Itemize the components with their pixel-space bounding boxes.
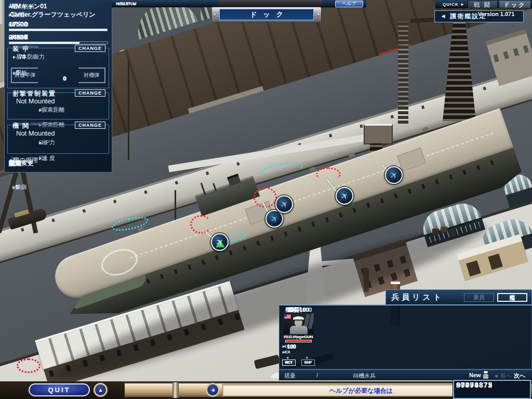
quick-link[interactable]: QUICK ► (443, 2, 465, 7)
fcs-status: Not Mounted (16, 97, 55, 105)
buy-button[interactable]: 購入 (9, 159, 21, 168)
help-link[interactable]: HELP ► (116, 1, 137, 6)
back-arrow-button[interactable]: ◄ (206, 383, 220, 397)
engine-status: Not Mounted (16, 129, 55, 137)
engine-speed-unit: Knt (39, 155, 47, 161)
fcs-change-button[interactable]: CHANGE (75, 89, 105, 97)
version-label: Version 1.071 (478, 11, 514, 17)
displacement-bar-fill (9, 42, 79, 44)
ship-class-value: Carrier.グラーフツェッペリン (10, 10, 96, 19)
new-crew-button[interactable]: New (469, 372, 481, 378)
crew-button-row: RCT (282, 358, 315, 366)
ticker-text: ヘルプが必要な場合は (329, 387, 393, 395)
engine-output-unit: SHP (39, 140, 50, 145)
dock-sign-label: ドック (219, 9, 314, 20)
armor-side-unit: inch (12, 184, 22, 190)
crane-cab (364, 124, 393, 144)
boarding-slash: / (316, 372, 318, 378)
tab-crew-members[interactable]: 乗員 (464, 293, 494, 302)
new-sailor-icon (483, 371, 489, 379)
aircraft-slot-icon-3[interactable]: ✈ (275, 195, 293, 213)
deck-marker-red-2 (316, 167, 341, 181)
armor-grid-3: 0 (41, 75, 88, 82)
ship-info-panel: ▸艦の名前 WMキャン01 ▸級/艦 Carrier.グラーフツェッペリン ▸耐… (4, 0, 112, 172)
dock-sign: ドック (211, 7, 322, 22)
engine-subtitle: Power for movement and (14, 122, 55, 125)
aircraft-slot-icon-5[interactable]: ✈ (385, 166, 403, 184)
fcs-section: 射撃管制装置Accuracy of Gun fire CHANGE Not Mo… (7, 92, 109, 119)
help-button[interactable]: ヘルプ (335, 1, 363, 7)
bottom-bar: QUIT ▲ ◄ ヘルプが必要な場合は CREDIT► 80999872 POI… (0, 381, 532, 399)
prev-page-button[interactable]: ◄ 前へ (493, 372, 512, 380)
engine-change-button[interactable]: CHANGE (75, 122, 105, 129)
armor-ap-box: 対徹甲弾 (11, 68, 38, 83)
crew-list-header: 兵員リスト 乗員 艦 (385, 289, 532, 305)
pipe-ring (172, 382, 179, 398)
tab-battle[interactable]: 戦 闘 (468, 0, 498, 8)
water-marker-red (17, 358, 41, 373)
crew-type-label: 砲兵100 (281, 306, 316, 314)
plane-icon: ✈ (278, 198, 290, 210)
fcs-subtitle: Accuracy of Gun fire (14, 89, 47, 93)
game-screen: ✈ ✈ ✈ ✈ ✈ ◄MENU HELP ► ヘルプ ドック QUICK ► 戦… (0, 0, 532, 399)
plane-icon: ✈ (339, 190, 350, 202)
rct-button[interactable]: RCT (282, 360, 296, 366)
plane-icon: ✈ (388, 169, 400, 181)
point-value: 97474875 (456, 381, 493, 389)
crew-torso (290, 326, 308, 334)
displacement-max: 34500 (9, 33, 28, 41)
up-arrow-button[interactable]: ▲ (94, 383, 108, 397)
crew-portrait (283, 313, 314, 334)
hp-max: 17500 (9, 20, 28, 28)
tab-ship-crew[interactable]: 艦 (497, 293, 527, 302)
plane-icon: ✈ (269, 213, 280, 224)
armor-change-button[interactable]: CHANGE (75, 45, 105, 52)
deck-elevator-2 (397, 148, 426, 171)
deck-marker-red-3 (190, 215, 212, 234)
aircraft-slot-icon-1[interactable]: ✈ (211, 233, 229, 251)
deck-bow-circle (98, 244, 141, 280)
hp-bar-fill (9, 29, 107, 31)
crew-name: RLD.HugeGUN (281, 335, 316, 339)
credit-box: CREDIT► 80999872 POINT► 97474875 (453, 380, 531, 399)
crew-name-underline (285, 340, 312, 342)
tab-dock[interactable]: ドック (499, 0, 531, 8)
displacement-bar (9, 42, 108, 44)
boarding-label: 搭乗 (284, 372, 296, 380)
standby-label: 待機水兵 (353, 372, 376, 380)
engine-section: 機 関Power for movement and CHANGE Not Mou… (7, 125, 109, 154)
hp-bar (9, 29, 108, 31)
aircraft-slot-icon-4[interactable]: ✈ (336, 187, 353, 205)
quit-button[interactable]: QUIT (29, 383, 90, 396)
panel-left-trim (0, 0, 4, 24)
crew-list-footer: 搭乗 / 待機水兵 New ◄ 前へ 次へ ► (279, 369, 532, 380)
nation-flag-icon-us (284, 314, 291, 319)
aircraft-slot-icon-2[interactable]: ✈ (265, 210, 283, 228)
armor-section: 装 甲Armor Defense CHANGE ▸基本防御力 7 0 ▸甲板 0… (7, 48, 109, 88)
ship-name-value: WMキャン01 (10, 2, 47, 11)
crew-cap (293, 316, 304, 321)
fcs-row1-unit: m (39, 107, 43, 113)
crew-list-title: 兵員リスト (391, 292, 444, 302)
dock-mast-3 (398, 22, 408, 124)
deck-marker-red-1 (254, 187, 277, 208)
crew-card[interactable]: 砲兵100 RLD.HugeGUN ▸LV100 ▸EX RCT (281, 306, 316, 368)
armor-subtitle: Armor Defense (14, 45, 38, 48)
help-ticker: ヘルプが必要な場合は (222, 384, 471, 396)
armor-base-v2: 0 (13, 54, 35, 60)
crew-card-list: 機関兵100 Br. Operator ▸LV100 ▸EX RCTSHP 整備… (279, 304, 532, 369)
